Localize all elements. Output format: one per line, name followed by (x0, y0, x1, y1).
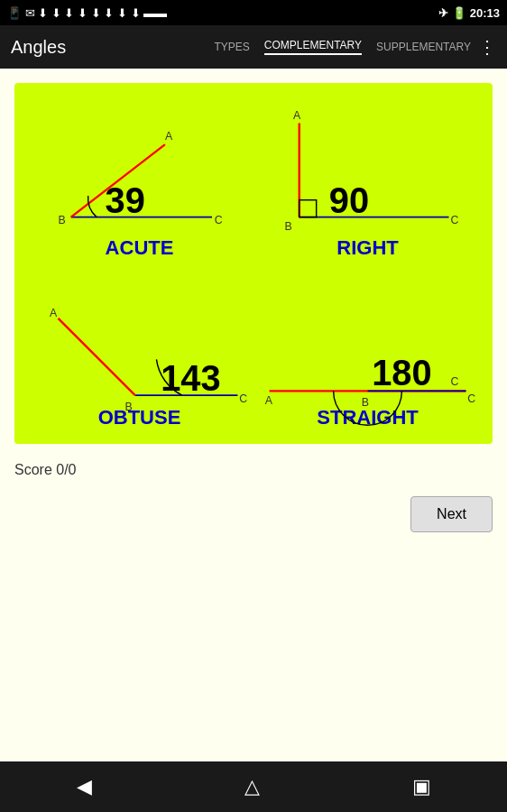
right-svg: A B C 90 (257, 97, 478, 260)
more-options-icon[interactable]: ⋮ (478, 36, 496, 58)
diagram-area: A B C 39 ACUTE A B C 90 (14, 83, 493, 444)
back-icon[interactable]: ◀ (77, 775, 92, 798)
tab-types[interactable]: TYPES (214, 41, 249, 53)
next-button-area: Next (14, 496, 493, 532)
main-content: A B C 39 ACUTE A B C 90 (0, 69, 507, 761)
acute-cell: A B C 39 ACUTE (29, 97, 250, 260)
clock: 20:13 (470, 6, 500, 20)
right-number: 90 (329, 180, 369, 220)
tab-complementary[interactable]: COMPLEMENTARY (264, 39, 362, 55)
acute-svg: A B C 39 (29, 97, 250, 260)
obtuse-c-label: C (239, 392, 247, 405)
top-nav: Angles TYPES COMPLEMENTARY SUPPLEMENTARY… (0, 25, 507, 69)
nav-tabs: TYPES COMPLEMENTARY SUPPLEMENTARY (214, 39, 471, 55)
acute-b-label: B (59, 214, 66, 226)
straight-number: 180 (372, 353, 431, 392)
straight-cell: A B C 180 C STRAIGHT (257, 267, 478, 429)
straight-c2-label: C (450, 375, 458, 388)
straight-b-label: B (362, 396, 369, 409)
app-title: Angles (11, 37, 214, 58)
acute-number: 39 (106, 180, 145, 220)
straight-svg: A B C 180 C (257, 267, 478, 429)
home-icon[interactable]: △ (244, 775, 260, 798)
svg-line-6 (59, 318, 135, 395)
tab-supplementary[interactable]: SUPPLEMENTARY (376, 41, 471, 53)
status-bar: 📱 ✉ ⬇ ⬇ ⬇ ⬇ ⬇ ⬇ ⬇ ⬇ ▬▬ ✈ 🔋 20:13 (0, 0, 507, 25)
next-button[interactable]: Next (410, 496, 493, 532)
right-cell: A B C 90 RIGHT (257, 97, 478, 260)
bottom-nav: ◀ △ ▣ (0, 761, 507, 812)
acute-a-label: A (165, 130, 173, 143)
recents-icon[interactable]: ▣ (412, 775, 431, 798)
straight-c-label: C (467, 392, 475, 405)
obtuse-cell: A B C 143 OBTUSE (29, 267, 250, 429)
status-icons-right: ✈ 🔋 20:13 (438, 6, 500, 20)
straight-a-label: A (265, 394, 273, 407)
obtuse-svg: A B C 143 (29, 267, 250, 429)
right-b-label: B (285, 220, 292, 233)
notification-icons: 📱 ✉ ⬇ ⬇ ⬇ ⬇ ⬇ ⬇ ⬇ ⬇ ▬▬ (7, 6, 167, 20)
svg-rect-4 (300, 200, 317, 217)
acute-c-label: C (215, 214, 223, 226)
obtuse-b-label: B (124, 401, 132, 413)
airplane-icon: ✈ (438, 6, 448, 20)
obtuse-number: 143 (161, 358, 220, 398)
score-text: Score 0/0 (14, 462, 76, 477)
obtuse-a-label: A (50, 307, 58, 319)
status-icons-left: 📱 ✉ ⬇ ⬇ ⬇ ⬇ ⬇ ⬇ ⬇ ⬇ ▬▬ (7, 6, 167, 20)
score-area: Score 0/0 (14, 462, 493, 478)
battery-icon: 🔋 (452, 6, 466, 20)
right-a-label: A (293, 109, 301, 122)
right-c-label: C (450, 214, 458, 226)
